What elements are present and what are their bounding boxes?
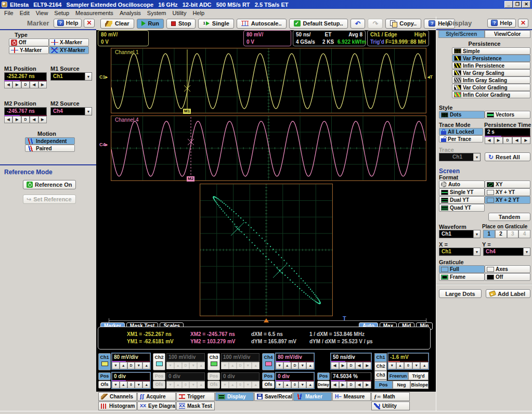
graticule-full[interactable]: Full	[439, 265, 485, 273]
motion-paired[interactable]: Paired	[25, 145, 75, 152]
marker-type-y-marker[interactable]: Y-Marker	[9, 46, 49, 54]
graticule-frame[interactable]: Frame	[439, 273, 485, 281]
menu-edit[interactable]: Edit	[17, 10, 33, 16]
run-button[interactable]: Run	[137, 19, 164, 29]
ch1-ofs-button[interactable]: Ofs	[98, 381, 111, 389]
trigger-slope-bislope[interactable]: Bislope	[410, 381, 429, 389]
channel-button-ch4[interactable]: Ch4	[262, 353, 275, 370]
step-button[interactable]: ▶	[38, 81, 47, 88]
nav-tab-acquire[interactable]: Acquire	[137, 392, 176, 401]
reset-all-button[interactable]: Reset All	[485, 152, 530, 161]
clear-button[interactable]: Clear	[100, 19, 134, 29]
format-quad-yt[interactable]: Quad YT	[439, 204, 485, 212]
format-dual-yt[interactable]: Dual YT	[439, 196, 485, 204]
nav-tab-trigger[interactable]: Trigger	[176, 392, 215, 401]
style-dots[interactable]: Dots	[439, 111, 485, 119]
dropdown-arrow-icon[interactable]	[523, 248, 530, 255]
step-button[interactable]: D	[347, 381, 355, 389]
channel-button-ch1[interactable]: Ch1	[98, 353, 111, 370]
step-button[interactable]: ▶	[363, 362, 371, 369]
tab-style-screen[interactable]: Style/Screen	[438, 30, 485, 38]
place-2[interactable]: 2	[495, 230, 507, 238]
step-button[interactable]: ▲	[283, 381, 291, 389]
x-source-dropdown[interactable]: Ch1	[439, 248, 481, 256]
step-button[interactable]: ▶	[494, 137, 503, 144]
step-button[interactable]: ▼	[299, 362, 306, 369]
graticule-axes[interactable]: Axes	[485, 265, 530, 273]
step-button[interactable]: ◀	[512, 137, 522, 144]
step-button[interactable]: ▼	[388, 362, 396, 369]
step-button[interactable]: ▼	[276, 381, 283, 389]
reference-on-button[interactable]: Reference On	[23, 180, 76, 189]
step-button[interactable]: ▼	[135, 362, 142, 369]
step-button[interactable]: D	[503, 137, 512, 144]
m1-marker-chip[interactable]: M1	[183, 109, 191, 114]
dropdown-arrow-icon[interactable]	[85, 108, 92, 115]
step-button[interactable]: ▲	[420, 362, 429, 369]
dropdown-arrow-icon[interactable]	[473, 230, 480, 238]
step-button[interactable]: ▼	[276, 362, 283, 369]
waveform-dropdown[interactable]: Ch1	[439, 230, 481, 238]
tandem-button[interactable]: Tandem	[488, 213, 530, 221]
ch1-ground-marker[interactable]: C1	[99, 74, 108, 80]
step-button[interactable]: 0	[291, 381, 299, 389]
default-setup-button[interactable]: Default Setup..	[289, 19, 348, 29]
restore-button[interactable]: ❐	[513, 1, 522, 8]
format-single-yt[interactable]: Single YT	[439, 188, 485, 196]
graticule-off[interactable]: Off	[485, 273, 530, 281]
motion-independent[interactable]: Independent	[25, 137, 75, 145]
format-xy[interactable]: XY	[485, 180, 530, 188]
step-button[interactable]: ▲	[396, 362, 405, 369]
step-button[interactable]: ◀	[30, 116, 38, 123]
step-button[interactable]: ▶	[339, 362, 347, 369]
style-vectors[interactable]: Vectors	[485, 111, 530, 119]
menu-help[interactable]: Help	[189, 10, 207, 16]
step-button[interactable]: ▲	[120, 362, 127, 369]
step-button[interactable]: ◀	[331, 381, 339, 389]
persistence-infin-persistence[interactable]: Infin Persistence	[452, 62, 530, 69]
nav-tab-marker[interactable]: Marker	[293, 392, 332, 401]
marker-help-button[interactable]: Help	[54, 19, 82, 28]
menu-analysis[interactable]: Analysis	[116, 10, 144, 16]
ch1-pos-button[interactable]: Pos	[98, 372, 111, 380]
marker-type-off[interactable]: Off	[9, 38, 49, 46]
trigger-mode-trig-d[interactable]: Trig'd	[408, 372, 429, 380]
format-xy-2-yt[interactable]: XY + 2 YT	[485, 196, 530, 204]
menu-measurements[interactable]: Measurements	[72, 10, 116, 16]
trigger-source-ch2[interactable]: Ch2	[374, 362, 387, 371]
nav-tab-eye-diagram[interactable]: Eye Diagram	[137, 402, 176, 410]
step-button[interactable]: D	[347, 362, 355, 369]
step-button[interactable]: ▶	[521, 137, 530, 144]
nav-tab-measure[interactable]: Measure	[332, 392, 371, 401]
copy-button[interactable]: Copy..	[385, 19, 421, 29]
step-button[interactable]: ◀	[331, 362, 339, 369]
trigger-slope-pos[interactable]: Pos	[374, 381, 393, 389]
m1-source-dropdown[interactable]: Ch1	[50, 72, 92, 81]
autoscale-button[interactable]: Autoscale..	[237, 19, 287, 29]
marker-close-button[interactable]	[84, 19, 94, 28]
timebase-pos-button[interactable]: Pos	[317, 372, 330, 380]
step-button[interactable]: ◀	[4, 81, 12, 88]
step-button[interactable]: ▶	[363, 381, 371, 389]
format-auto[interactable]: Auto	[439, 180, 485, 188]
menu-utility[interactable]: Utility	[170, 10, 190, 16]
step-button[interactable]: ▲	[142, 362, 150, 369]
step-button[interactable]: ▼	[112, 362, 120, 369]
step-button[interactable]: ▼	[299, 381, 306, 389]
ch4-ground-marker[interactable]: C4	[99, 142, 108, 147]
step-button[interactable]: D	[21, 116, 30, 123]
nav-tab-save-recall[interactable]: Save/Recall	[254, 392, 293, 401]
step-button[interactable]: D	[291, 362, 299, 369]
tab-view-color[interactable]: View/Color	[485, 30, 531, 38]
place-1[interactable]: 1	[483, 230, 495, 238]
trace-mode-per-trace[interactable]: Per Trace	[439, 135, 483, 143]
nav-tab-histogram[interactable]: Histogram	[98, 402, 137, 410]
trigger-mode-freerun[interactable]: Freerun	[388, 372, 408, 380]
step-button[interactable]: ▲	[120, 381, 127, 389]
step-button[interactable]: ◀	[485, 137, 494, 144]
menu-setup[interactable]: Setup	[51, 10, 72, 16]
step-button[interactable]: ◀	[30, 81, 38, 88]
display-help-button[interactable]: Help	[487, 19, 516, 28]
add-label-button[interactable]: Add Label	[486, 289, 530, 298]
step-button[interactable]: ▶	[12, 81, 21, 88]
